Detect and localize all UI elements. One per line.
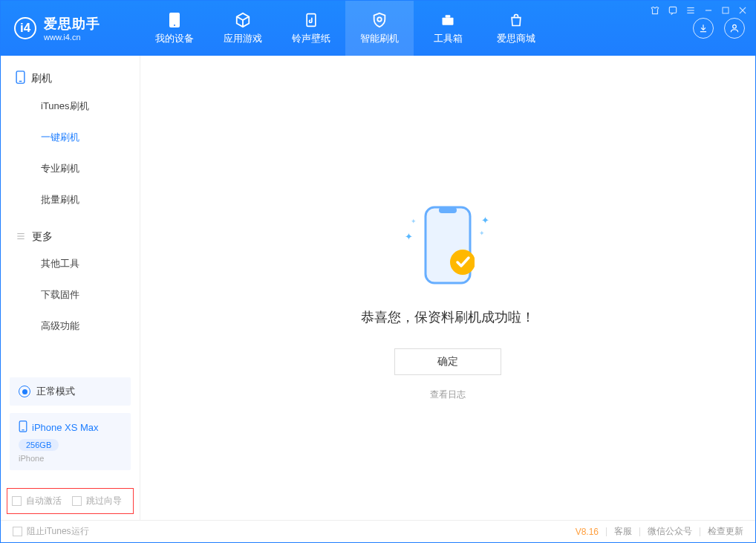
success-illustration: ✦ ✦ ✦ ✦	[421, 204, 475, 286]
checkbox-block-itunes[interactable]: 阻止iTunes运行	[13, 525, 89, 538]
mode-label: 正常模式	[36, 385, 75, 398]
mode-box[interactable]: 正常模式	[10, 377, 131, 406]
phone-small-icon	[19, 420, 27, 435]
feedback-icon[interactable]	[668, 5, 678, 18]
svg-rect-5	[723, 7, 729, 13]
sidebar-item-itunes[interactable]: iTunes刷机	[1, 91, 140, 122]
nav-tab-label: 铃声壁纸	[292, 32, 330, 45]
maximize-icon[interactable]	[721, 6, 730, 17]
success-message: 恭喜您，保资料刷机成功啦！	[361, 308, 535, 326]
footer-link-wechat[interactable]: 微信公众号	[648, 525, 692, 538]
sidebar-item-oneclick[interactable]: 一键刷机	[1, 122, 140, 153]
mode-dot-icon	[19, 386, 30, 397]
nav-tab-label: 工具箱	[434, 32, 463, 45]
sidebar-group-title: 更多	[32, 230, 53, 244]
close-icon[interactable]	[737, 5, 748, 18]
bag-icon	[509, 11, 524, 29]
svg-rect-24	[439, 207, 457, 213]
sidebar-group-flash: 刷机	[1, 71, 140, 91]
nav-tab-label: 爱思商城	[497, 32, 535, 45]
device-box[interactable]: iPhone XS Max 256GB iPhone	[10, 413, 131, 470]
divider	[639, 527, 640, 536]
download-icon[interactable]	[693, 18, 714, 39]
checkbox-auto-activate[interactable]: 自动激活	[12, 495, 62, 507]
divider	[606, 527, 607, 536]
shield-icon	[371, 11, 388, 29]
sidebar-group-more: 更多	[1, 230, 140, 248]
app-name: 爱思助手	[44, 15, 100, 33]
footer-link-update[interactable]: 检查更新	[708, 525, 743, 538]
nav-tab-label: 智能刷机	[360, 32, 399, 45]
nav-tabs: 我的设备 应用游戏 铃声壁纸 智能刷机 工具箱 爱思商城	[140, 1, 550, 56]
svg-point-11	[377, 17, 382, 21]
sidebar-item-advanced[interactable]: 高级功能	[1, 310, 140, 342]
checkbox-icon	[12, 496, 22, 506]
version-text: V8.16	[576, 527, 599, 537]
cube-icon	[235, 11, 251, 29]
nav-tab-toolbox[interactable]: 工具箱	[414, 1, 482, 56]
divider	[700, 527, 700, 536]
sidebar-item-firmware[interactable]: 下载固件	[1, 279, 140, 310]
checkbox-label: 自动激活	[26, 495, 62, 507]
footer: 阻止iTunes运行 V8.16 客服 微信公众号 检查更新	[1, 520, 755, 542]
nav-tab-apps[interactable]: 应用游戏	[209, 1, 277, 56]
main-panel: ✦ ✦ ✦ ✦ 恭喜您，保资料刷机成功啦！ 确定 查看日志	[140, 56, 755, 520]
svg-rect-13	[446, 15, 451, 17]
music-icon	[304, 11, 319, 29]
app-url: www.i4.cn	[44, 33, 100, 42]
device-type: iPhone	[19, 454, 122, 463]
sidebar-item-other[interactable]: 其他工具	[1, 248, 140, 279]
user-icon[interactable]	[724, 18, 745, 39]
list-icon	[16, 231, 26, 244]
svg-rect-12	[443, 18, 454, 25]
checkbox-label: 阻止iTunes运行	[27, 525, 89, 538]
sidebar: 刷机 iTunes刷机 一键刷机 专业刷机 批量刷机 更多 其他工具 下载固件 …	[1, 56, 140, 520]
svg-point-15	[733, 25, 737, 28]
header: i4 爱思助手 www.i4.cn 我的设备 应用游戏 铃声壁纸 智能刷机	[1, 1, 755, 56]
logo[interactable]: i4 爱思助手 www.i4.cn	[1, 1, 140, 56]
checkbox-icon	[72, 496, 82, 506]
view-log-link[interactable]: 查看日志	[430, 388, 466, 401]
logo-icon: i4	[14, 17, 36, 39]
svg-point-25	[450, 250, 475, 275]
nav-tab-label: 应用游戏	[224, 32, 262, 45]
sidebar-group-title: 刷机	[31, 72, 52, 85]
checkbox-icon	[13, 527, 22, 536]
ok-button[interactable]: 确定	[394, 348, 501, 375]
nav-tab-device[interactable]: 我的设备	[140, 1, 209, 56]
window-controls	[650, 5, 748, 18]
toolbox-icon	[440, 11, 456, 29]
checkbox-skip-guide[interactable]: 跳过向导	[72, 495, 122, 507]
menu-icon[interactable]	[685, 5, 696, 18]
nav-tab-store[interactable]: 爱思商城	[482, 1, 550, 56]
device-icon	[169, 11, 180, 29]
nav-tab-flash[interactable]: 智能刷机	[345, 1, 414, 56]
minimize-icon[interactable]	[703, 5, 714, 18]
storage-badge: 256GB	[19, 439, 59, 451]
highlight-box: 自动激活 跳过向导	[7, 488, 134, 514]
svg-rect-0	[669, 7, 676, 13]
nav-tab-ringtone[interactable]: 铃声壁纸	[277, 1, 345, 56]
sidebar-item-batch[interactable]: 批量刷机	[1, 184, 140, 215]
checkbox-label: 跳过向导	[86, 495, 122, 507]
shirt-icon[interactable]	[650, 5, 660, 18]
device-name: iPhone XS Max	[32, 422, 99, 433]
footer-link-support[interactable]: 客服	[614, 525, 632, 538]
nav-tab-label: 我的设备	[155, 32, 194, 45]
sidebar-item-pro[interactable]: 专业刷机	[1, 153, 140, 184]
phone-icon	[16, 71, 25, 86]
svg-point-9	[174, 25, 175, 26]
